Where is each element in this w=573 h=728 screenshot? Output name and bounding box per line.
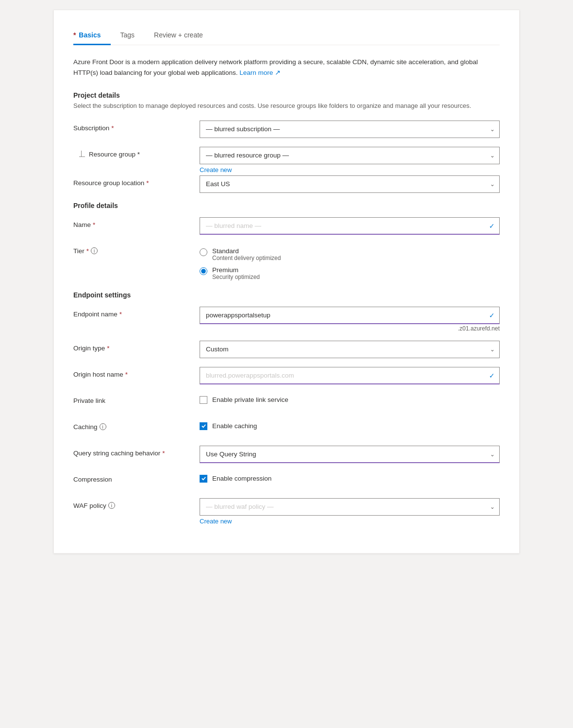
resource-group-location-label: Resource group location *: [73, 175, 200, 187]
tab-review-create[interactable]: Review + create: [154, 26, 213, 45]
waf-policy-label: WAF policy i: [73, 498, 200, 509]
private-link-control: Enable private link service: [200, 393, 500, 404]
private-link-label: Private link: [73, 393, 200, 404]
main-card: * Basics Tags Review + create Azure Fron…: [53, 10, 520, 554]
compression-checkbox-label: Enable compression: [212, 475, 271, 482]
origin-host-name-input[interactable]: [200, 367, 500, 384]
compression-label: Compression: [73, 472, 200, 483]
caching-info-icon[interactable]: i: [100, 423, 106, 430]
origin-host-name-row: Origin host name * ✓: [73, 367, 500, 384]
caching-checkbox-label: Enable caching: [212, 422, 257, 430]
origin-host-name-label: Origin host name *: [73, 367, 200, 378]
tab-basics[interactable]: * Basics: [73, 26, 111, 45]
caching-label: Caching i: [73, 419, 200, 431]
endpoint-settings-section: Endpoint settings Endpoint name * powera…: [73, 291, 500, 525]
profile-name-control: ✓: [200, 217, 500, 235]
origin-type-label: Origin type *: [73, 341, 200, 352]
subscription-row: Subscription * — blurred subscription — …: [73, 121, 500, 138]
resource-group-location-control: East US ⌄: [200, 175, 500, 193]
tier-premium-radio[interactable]: [200, 267, 207, 275]
resource-group-dropdown[interactable]: — blurred resource group —: [200, 147, 500, 164]
profile-name-row: Name * ✓: [73, 217, 500, 235]
profile-details-title: Profile details: [73, 202, 500, 209]
waf-policy-control: — blurred waf policy — ⌄ Create new: [200, 498, 500, 525]
caching-control: Enable caching: [200, 419, 500, 430]
private-link-row: Private link Enable private link service: [73, 393, 500, 411]
compression-checkbox[interactable]: [200, 475, 207, 483]
resource-group-control: — blurred resource group — ⌄ Create new: [200, 147, 500, 173]
query-string-dropdown[interactable]: Use Query String: [200, 446, 500, 463]
project-details-title: Project details: [73, 91, 500, 99]
resource-group-location-dropdown[interactable]: East US: [200, 175, 500, 193]
tab-tags[interactable]: Tags: [120, 26, 145, 45]
resource-group-create-new[interactable]: Create new: [200, 166, 232, 173]
waf-policy-info-icon[interactable]: i: [108, 502, 115, 509]
basics-star: *: [73, 31, 76, 39]
compression-control: Enable compression: [200, 472, 500, 483]
waf-policy-row: WAF policy i — blurred waf policy — ⌄ Cr…: [73, 498, 500, 525]
endpoint-name-control: powerappsportalsetup ✓ .z01.azurefd.net: [200, 307, 500, 332]
private-link-checkbox[interactable]: [200, 396, 207, 404]
tier-premium-option: Premium Security optimized: [200, 264, 500, 282]
waf-policy-dropdown[interactable]: — blurred waf policy —: [200, 498, 500, 516]
subscription-control: — blurred subscription — ⌄: [200, 121, 500, 138]
private-link-checkbox-label: Enable private link service: [212, 396, 288, 403]
subscription-dropdown[interactable]: — blurred subscription —: [200, 121, 500, 138]
query-string-control: Use Query String ⌄: [200, 446, 500, 463]
subscription-label: Subscription *: [73, 121, 200, 132]
profile-name-label: Name *: [73, 217, 200, 228]
tier-control: Standard Content delivery optimized Prem…: [200, 243, 500, 282]
query-string-label: Query string caching behavior *: [73, 446, 200, 457]
origin-type-control: Custom ⌄: [200, 341, 500, 358]
caching-checkbox[interactable]: [200, 422, 207, 430]
endpoint-settings-title: Endpoint settings: [73, 291, 500, 299]
profile-name-input[interactable]: [200, 217, 500, 235]
endpoint-name-label: Endpoint name *: [73, 307, 200, 318]
tier-row: Tier * i Standard Content delivery optim…: [73, 243, 500, 282]
waf-policy-create-new[interactable]: Create new: [200, 518, 232, 525]
tier-radio-group: Standard Content delivery optimized Prem…: [200, 243, 500, 282]
endpoint-name-input[interactable]: powerappsportalsetup: [200, 307, 500, 324]
resource-group-label: Resource group *: [89, 151, 140, 158]
resource-group-row: Resource group * — blurred resource grou…: [73, 147, 500, 173]
resource-group-location-row: Resource group location * East US ⌄: [73, 175, 500, 193]
query-string-row: Query string caching behavior * Use Quer…: [73, 446, 500, 463]
origin-type-row: Origin type * Custom ⌄: [73, 341, 500, 358]
caching-row: Caching i Enable caching: [73, 419, 500, 437]
tier-standard-radio[interactable]: [200, 248, 207, 256]
tabs-bar: * Basics Tags Review + create: [73, 26, 500, 45]
project-details-desc: Select the subscription to manage deploy…: [73, 101, 500, 111]
tier-label: Tier * i: [73, 243, 200, 255]
compression-row: Compression Enable compression: [73, 472, 500, 489]
origin-host-name-control: ✓: [200, 367, 500, 384]
tier-info-icon[interactable]: i: [91, 247, 98, 254]
endpoint-name-suffix: .z01.azurefd.net: [200, 325, 500, 332]
learn-more-link[interactable]: Learn more ↗: [239, 69, 281, 76]
origin-type-dropdown[interactable]: Custom: [200, 341, 500, 358]
page-description: Azure Front Door is a modern application…: [73, 57, 500, 78]
profile-details-section: Profile details Name * ✓ Tier * i: [73, 202, 500, 282]
project-details-section: Project details Select the subscription …: [73, 91, 500, 193]
endpoint-name-row: Endpoint name * powerappsportalsetup ✓ .…: [73, 307, 500, 332]
tier-standard-option: Standard Content delivery optimized: [200, 245, 500, 263]
